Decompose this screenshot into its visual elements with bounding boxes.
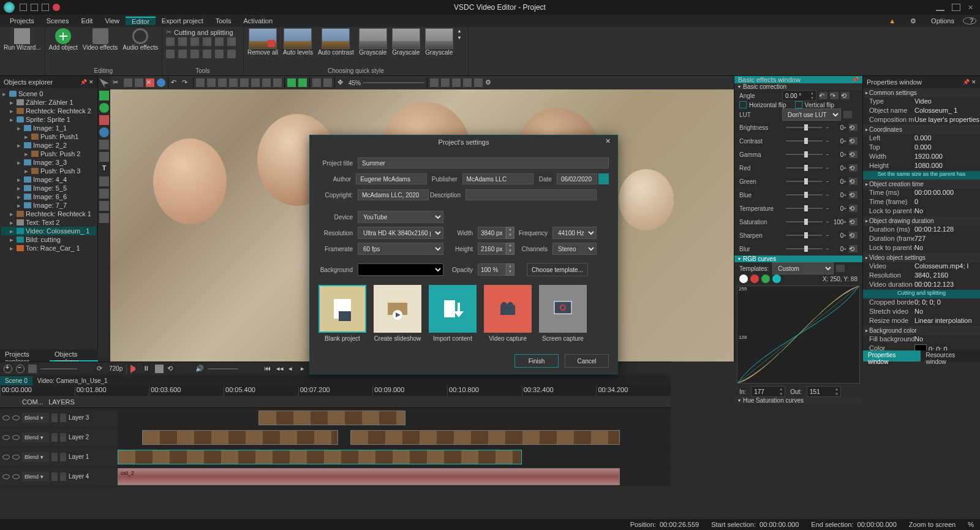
remove-marker-icon[interactable]: − — [16, 365, 24, 373]
style-grayscale-2[interactable]: Grayscale — [392, 28, 420, 56]
vt-close-icon[interactable]: ✕ — [146, 78, 154, 87]
prop-section-header[interactable]: Object drawing duration — [863, 216, 980, 225]
tree-node[interactable]: ▸Image: 2_2 — [1, 141, 96, 150]
visibility-icon[interactable] — [2, 455, 10, 460]
lock-icon[interactable] — [12, 455, 20, 460]
record-icon[interactable] — [53, 4, 60, 11]
timeline-layer[interactable]: Blend ▾Layer 1 — [0, 447, 671, 467]
prop-action[interactable]: Cutting and splitting — [863, 290, 980, 298]
vt-icon[interactable] — [430, 78, 439, 87]
preview-resolution[interactable]: 720p — [109, 365, 123, 372]
video-effects-button[interactable]: Video effects — [83, 28, 118, 51]
vt-icon[interactable] — [287, 78, 296, 87]
prop-row[interactable]: Resize modeLinear interpolation — [863, 317, 980, 326]
reset-icon[interactable]: ⟲ — [849, 245, 858, 252]
video-tab[interactable]: Video: Camera_In_Use_1 — [32, 376, 113, 385]
layer-icon[interactable] — [51, 433, 58, 442]
prop-row[interactable]: Lock to parent duNo — [863, 207, 980, 216]
card-video-capture[interactable]: Video capture — [484, 285, 532, 342]
style-up-icon[interactable]: ▴ — [458, 28, 464, 34]
audio-effects-button[interactable]: Audio effects — [123, 28, 158, 51]
zoom-value[interactable]: 45% — [349, 80, 361, 86]
tool-icon[interactable] — [203, 37, 211, 46]
tool-icon[interactable] — [99, 176, 109, 186]
tree-node[interactable]: ▸Image: 5_5 — [1, 184, 96, 192]
tree-node[interactable]: ▸Rechteck: Rechteck 2 — [1, 107, 96, 115]
vt-icon[interactable] — [452, 78, 461, 87]
lut-browse-icon[interactable] — [843, 111, 852, 118]
style-auto-levels[interactable]: Auto levels — [283, 28, 313, 56]
layer-track[interactable] — [118, 428, 671, 447]
dialog-close-button[interactable]: ✕ — [605, 137, 614, 146]
prop-row[interactable]: Left0.000 — [863, 134, 980, 143]
quick-save-icon[interactable] — [42, 4, 49, 11]
menu-tools[interactable]: Tools — [209, 17, 238, 25]
card-create-slideshow[interactable]: Create slideshow — [374, 285, 421, 342]
effect-slider[interactable] — [786, 208, 823, 209]
layer-track[interactable] — [118, 447, 671, 466]
tool-icon[interactable] — [227, 37, 236, 46]
add-object-button[interactable]: Add object — [49, 28, 78, 51]
project-title-input[interactable] — [358, 157, 609, 168]
reset-icon[interactable]: ⟲ — [849, 151, 858, 158]
layer-track[interactable] — [118, 408, 671, 427]
lock-icon[interactable] — [12, 435, 20, 440]
scene-0-tab[interactable]: Scene 0 — [0, 376, 32, 385]
stop-icon[interactable] — [155, 365, 164, 373]
shape-rect-icon[interactable] — [99, 91, 109, 100]
quick-open-icon[interactable] — [31, 4, 38, 11]
reset-icon[interactable]: ⟲ — [841, 92, 850, 99]
channels-select[interactable]: Stereo — [552, 243, 597, 255]
effect-slider[interactable] — [786, 181, 823, 182]
angle-input[interactable]: ▲▼ — [782, 90, 816, 101]
prop-section-header[interactable]: Common settings — [863, 88, 980, 97]
zoom-slider[interactable] — [363, 82, 424, 83]
tab-objects-explorer[interactable]: Objects explorer — [50, 349, 98, 362]
cursor-tool-icon[interactable] — [99, 78, 109, 88]
redo-icon[interactable]: ↷ — [182, 78, 190, 87]
style-grayscale-3[interactable]: Grayscale — [425, 28, 453, 56]
pin-icon[interactable]: 📌 — [852, 77, 859, 83]
tab-properties[interactable]: Properties window — [863, 350, 921, 362]
choose-template-button[interactable]: Choose template... — [527, 263, 588, 276]
rgb-curves-canvas[interactable]: 255 128 — [737, 286, 860, 384]
height-input[interactable]: ▲▼ — [478, 243, 514, 255]
prop-row[interactable]: Stretch videoNo — [863, 308, 980, 317]
tool-icon[interactable] — [190, 37, 199, 46]
visibility-icon[interactable] — [2, 474, 10, 479]
tab-resources[interactable]: Resources window — [921, 350, 980, 362]
menu-export[interactable]: Export project — [156, 17, 209, 25]
tool-icon[interactable] — [190, 50, 199, 58]
vt-icon[interactable] — [463, 78, 472, 87]
frequency-select[interactable]: 44100 Hz — [552, 227, 597, 239]
tree-node[interactable]: ▸Image: 3_3 — [1, 158, 96, 167]
card-import-content[interactable]: Import content — [429, 285, 477, 342]
vt-icon[interactable] — [135, 78, 143, 87]
reset-icon[interactable]: ⟲ — [849, 124, 858, 131]
author-input[interactable] — [356, 173, 427, 184]
vt-icon[interactable] — [207, 78, 216, 87]
prop-row[interactable]: Color 0; 0; 0 — [863, 344, 980, 350]
status-zoom-label[interactable]: Zoom to screen — [909, 521, 956, 528]
framerate-select[interactable]: 60 fps — [358, 243, 443, 255]
menu-scenes[interactable]: Scenes — [40, 17, 75, 25]
device-select[interactable]: YouTube — [358, 211, 443, 223]
transport-slider[interactable] — [40, 368, 77, 369]
prop-row[interactable]: Duration (ms)00:00:12.128 — [863, 225, 980, 235]
timeline-layer[interactable]: Blend ▾Layer 2 — [0, 428, 671, 447]
prop-section-header[interactable]: Object creation time — [863, 180, 980, 189]
step-fwd-icon[interactable]: ▸ — [301, 365, 309, 373]
curve-red-swatch[interactable] — [750, 274, 759, 283]
visibility-icon[interactable] — [2, 435, 10, 440]
tool-icon[interactable] — [99, 189, 109, 199]
curve-white-swatch[interactable] — [739, 274, 748, 283]
vt-icon[interactable] — [240, 78, 249, 87]
publisher-input[interactable] — [462, 173, 533, 184]
minimize-button[interactable] — [936, 4, 944, 11]
hue-sat-header[interactable]: Hue Saturation curves — [734, 397, 862, 404]
blend-mode-select[interactable]: Blend ▾ — [22, 413, 49, 423]
copyright-input[interactable] — [358, 189, 429, 200]
prop-row[interactable]: VideoColosseum.mp4; I — [863, 262, 980, 271]
volume-slider[interactable] — [208, 368, 238, 369]
tree-node[interactable]: ▸Ton: Race_Car_ 1 — [1, 244, 96, 252]
